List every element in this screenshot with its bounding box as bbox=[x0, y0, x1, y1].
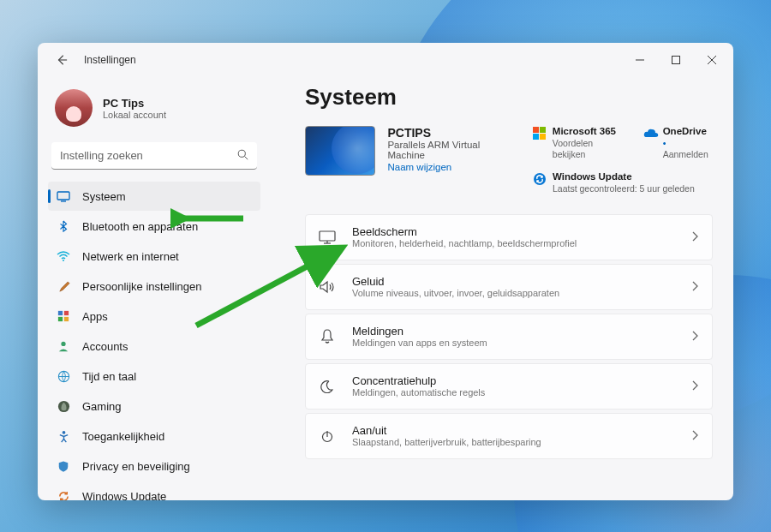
card-sub: Monitoren, helderheid, nachtlamp, beelds… bbox=[352, 238, 691, 248]
card-sub: Slaapstand, batterijverbruik, batterijbe… bbox=[352, 437, 691, 447]
card-focus-assist[interactable]: Concentratiehulp Meldingen, automatische… bbox=[305, 363, 713, 409]
sidebar-item-bluetooth[interactable]: Bluetooth en apparaten bbox=[48, 212, 260, 241]
onedrive-icon bbox=[643, 127, 657, 140]
nav-list: Systeem Bluetooth en apparaten Netwerk e… bbox=[48, 182, 260, 500]
svg-rect-18 bbox=[320, 231, 335, 241]
chevron-right-icon bbox=[691, 428, 698, 444]
sidebar-item-system[interactable]: Systeem bbox=[48, 182, 260, 211]
bell-icon bbox=[318, 327, 337, 346]
sidebar-item-label: Persoonlijke instellingen bbox=[82, 280, 201, 293]
card-sub: Meldingen van apps en systeem bbox=[352, 338, 691, 348]
sidebar-item-label: Privacy en beveiliging bbox=[82, 460, 190, 473]
display-icon bbox=[318, 228, 337, 247]
card-power[interactable]: Aan/uit Slaapstand, batterijverbruik, ba… bbox=[305, 413, 713, 459]
sound-icon bbox=[318, 278, 337, 296]
card-notifications[interactable]: Meldingen Meldingen van apps en systeem bbox=[305, 314, 713, 360]
card-sound[interactable]: Geluid Volume niveaus, uitvoer, invoer, … bbox=[305, 264, 713, 310]
svg-rect-10 bbox=[64, 311, 69, 315]
sidebar-item-label: Systeem bbox=[82, 190, 126, 203]
sidebar-item-label: Netwerk en internet bbox=[82, 250, 179, 263]
sidebar: PC Tips Lokaal account Systeem Bluetooth… bbox=[38, 77, 271, 500]
sidebar-item-label: Bluetooth en apparaten bbox=[82, 220, 198, 233]
accessibility-icon bbox=[57, 429, 70, 443]
sync-icon bbox=[57, 489, 70, 500]
sidebar-item-accounts[interactable]: Accounts bbox=[48, 332, 260, 361]
minimize-button[interactable] bbox=[622, 47, 658, 73]
sidebar-item-personalization[interactable]: Persoonlijke instellingen bbox=[48, 272, 260, 301]
chevron-right-icon bbox=[691, 279, 698, 295]
card-title: Aan/uit bbox=[352, 424, 691, 437]
card-title: Meldingen bbox=[352, 325, 691, 338]
sidebar-item-gaming[interactable]: Gaming bbox=[48, 392, 260, 421]
moon-icon bbox=[318, 377, 337, 396]
sidebar-item-accessibility[interactable]: Toegankelijkheid bbox=[48, 421, 260, 451]
profile-name: PC Tips bbox=[103, 97, 166, 110]
svc-sub: Voordelen bekijken bbox=[553, 138, 628, 161]
microsoft-365-tile[interactable]: Microsoft 365 Voordelen bekijken bbox=[533, 126, 628, 161]
sidebar-item-apps[interactable]: Apps bbox=[48, 302, 260, 331]
search-box bbox=[51, 142, 257, 170]
sidebar-item-network[interactable]: Netwerk en internet bbox=[48, 242, 260, 271]
sidebar-item-time[interactable]: Tijd en taal bbox=[48, 362, 260, 391]
svg-rect-1 bbox=[672, 57, 680, 64]
titlebar: Instellingen bbox=[38, 43, 733, 77]
search-input[interactable] bbox=[51, 142, 257, 170]
power-icon bbox=[318, 427, 337, 445]
update-icon bbox=[533, 172, 547, 186]
chevron-right-icon bbox=[691, 230, 698, 245]
brush-icon bbox=[57, 279, 70, 293]
svg-rect-9 bbox=[58, 311, 63, 315]
sidebar-item-label: Toegankelijkheid bbox=[82, 430, 164, 443]
maximize-button[interactable] bbox=[658, 47, 694, 73]
windows-update-tile[interactable]: Windows Update Laatst gecontroleerd: 5 u… bbox=[533, 171, 713, 194]
card-sub: Meldingen, automatische regels bbox=[352, 387, 691, 398]
bluetooth-icon bbox=[57, 219, 70, 233]
svg-point-13 bbox=[61, 342, 65, 346]
svc-title: Windows Update bbox=[553, 171, 695, 183]
sidebar-item-privacy[interactable]: Privacy en beveiliging bbox=[48, 451, 260, 481]
onedrive-tile[interactable]: OneDrive • Aanmelden bbox=[643, 126, 713, 161]
globe-clock-icon bbox=[57, 369, 70, 383]
svg-rect-12 bbox=[64, 317, 69, 321]
pc-thumbnail bbox=[305, 126, 375, 176]
page-title: Systeem bbox=[305, 84, 713, 111]
pc-model: Parallels ARM Virtual Machine bbox=[387, 140, 517, 160]
chevron-right-icon bbox=[691, 329, 698, 344]
svc-title: Microsoft 365 bbox=[553, 126, 628, 138]
svg-line-5 bbox=[245, 157, 248, 160]
profile-block[interactable]: PC Tips Lokaal account bbox=[48, 84, 260, 139]
search-icon bbox=[237, 148, 248, 164]
back-button[interactable] bbox=[51, 50, 72, 70]
settings-list: Beeldscherm Monitoren, helderheid, nacht… bbox=[305, 214, 713, 459]
sidebar-item-label: Apps bbox=[82, 310, 108, 323]
wifi-icon bbox=[57, 249, 70, 263]
gaming-icon bbox=[57, 399, 70, 413]
svg-point-8 bbox=[63, 260, 64, 261]
profile-subtitle: Lokaal account bbox=[103, 110, 166, 120]
window-title: Instellingen bbox=[84, 54, 136, 66]
svc-sub: • Aanmelden bbox=[663, 138, 713, 161]
sidebar-item-label: Accounts bbox=[82, 340, 128, 353]
main-content: Systeem PCTIPS Parallels ARM Virtual Mac… bbox=[271, 77, 733, 500]
settings-window: Instellingen PC Tips Lokaal account bbox=[38, 43, 733, 500]
sidebar-item-label: Windows Update bbox=[82, 490, 166, 501]
sidebar-item-label: Gaming bbox=[82, 400, 122, 413]
close-button[interactable] bbox=[694, 47, 730, 73]
svc-sub: Laatst gecontroleerd: 5 uur geleden bbox=[553, 183, 695, 195]
shield-icon bbox=[57, 459, 70, 473]
apps-icon bbox=[57, 309, 70, 323]
rename-link[interactable]: Naam wijzigen bbox=[387, 162, 517, 172]
pc-name: PCTIPS bbox=[387, 126, 517, 140]
microsoft-logo-icon bbox=[533, 127, 547, 140]
sidebar-item-label: Tijd en taal bbox=[82, 370, 136, 383]
avatar bbox=[55, 89, 93, 127]
card-display[interactable]: Beeldscherm Monitoren, helderheid, nacht… bbox=[305, 214, 713, 260]
card-title: Concentratiehulp bbox=[352, 374, 691, 387]
sidebar-item-update[interactable]: Windows Update bbox=[48, 481, 260, 500]
hero-section: PCTIPS Parallels ARM Virtual Machine Naa… bbox=[305, 126, 713, 195]
svg-rect-6 bbox=[57, 192, 69, 200]
system-icon bbox=[57, 189, 70, 203]
card-title: Geluid bbox=[352, 275, 691, 288]
svc-title: OneDrive bbox=[663, 126, 713, 138]
svg-point-16 bbox=[62, 430, 65, 433]
